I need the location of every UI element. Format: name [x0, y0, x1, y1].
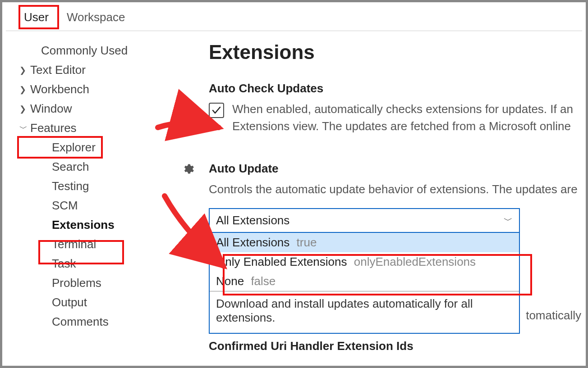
- tree-features-testing[interactable]: Testing: [19, 177, 195, 196]
- dropdown-list: All Extensions true Only Enabled Extensi…: [210, 233, 519, 333]
- checkbox-auto-check-updates[interactable]: [209, 103, 224, 118]
- tree-label: Comments: [52, 315, 109, 329]
- tree-workbench[interactable]: ❯ Workbench: [19, 80, 195, 99]
- tree-features-output[interactable]: Output: [19, 293, 195, 312]
- settings-scope-tabs: User Workspace: [6, 5, 582, 31]
- chevron-right-icon: ❯: [19, 104, 30, 114]
- setting-auto-check-updates: Auto Check Updates When enabled, automat…: [209, 82, 582, 135]
- check-icon: [211, 105, 222, 116]
- chevron-right-icon: ❯: [19, 65, 30, 75]
- tree-label: Features: [30, 121, 77, 135]
- setting-title: Auto Check Updates: [209, 82, 582, 95]
- settings-category-tree: Commonly Used ❯ Text Editor ❯ Workbench …: [6, 41, 195, 368]
- dropdown-option-only-enabled[interactable]: Only Enabled Extensions onlyEnabledExten…: [210, 252, 519, 272]
- option-hint: true: [297, 236, 317, 249]
- tree-label: Problems: [52, 276, 101, 290]
- option-label: None: [216, 274, 244, 288]
- dropdown-help-text: Download and install updates automatical…: [210, 291, 519, 333]
- dropdown-selected-label: All Extensions: [216, 214, 289, 227]
- tree-label: Terminal: [52, 237, 96, 251]
- setting-title-cutoff: Confirmed Uri Handler Extension Ids: [209, 339, 582, 353]
- tree-label: Output: [52, 295, 87, 309]
- settings-content: Extensions Auto Check Updates When enabl…: [195, 41, 582, 368]
- tree-features-comments[interactable]: Comments: [19, 312, 195, 332]
- tree-label: Window: [30, 102, 72, 116]
- tree-commonly-used[interactable]: Commonly Used: [19, 41, 195, 60]
- tree-label: Text Editor: [30, 63, 86, 77]
- gear-icon[interactable]: [182, 163, 194, 177]
- chevron-down-icon: ﹀: [504, 214, 513, 227]
- tree-label: SCM: [52, 199, 78, 213]
- dropdown-option-none[interactable]: None false: [210, 272, 519, 291]
- dropdown-auto-update: All Extensions ﹀ All Extensions true Onl…: [209, 208, 520, 334]
- setting-description: When enabled, automatically checks exten…: [232, 101, 582, 135]
- tree-features-extensions[interactable]: Extensions: [19, 215, 195, 235]
- tree-label: Extensions: [52, 218, 115, 232]
- option-hint: onlyEnabledExtensions: [354, 255, 476, 268]
- setting-auto-update: Auto Update Controls the automatic updat…: [209, 162, 582, 353]
- tree-features-terminal[interactable]: Terminal: [19, 235, 195, 254]
- chevron-right-icon: ❯: [19, 85, 30, 95]
- tree-features[interactable]: ﹀ Features: [19, 118, 195, 138]
- tree-features-search[interactable]: Search: [19, 157, 195, 177]
- option-label: Only Enabled Extensions: [216, 255, 347, 268]
- tree-label: Workbench: [30, 82, 89, 96]
- tree-features-task[interactable]: Task: [19, 254, 195, 273]
- tree-label: Task: [52, 257, 76, 271]
- chevron-down-icon: ﹀: [19, 123, 30, 134]
- option-label: All Extensions: [216, 236, 289, 249]
- tree-label: Search: [52, 160, 89, 174]
- clipped-text-right: tomatically: [526, 309, 581, 323]
- dropdown-option-all[interactable]: All Extensions true: [210, 233, 519, 252]
- setting-title: Auto Update: [209, 162, 582, 176]
- tree-label: Explorer: [52, 141, 96, 154]
- dropdown-selected[interactable]: All Extensions ﹀: [210, 209, 519, 233]
- option-hint: false: [251, 274, 276, 288]
- tab-workspace[interactable]: Workspace: [59, 8, 133, 31]
- tree-text-editor[interactable]: ❯ Text Editor: [19, 60, 195, 80]
- page-title: Extensions: [209, 41, 582, 64]
- tree-features-problems[interactable]: Problems: [19, 273, 195, 293]
- tree-label: Testing: [52, 179, 89, 193]
- setting-description: Controls the automatic update behavior o…: [209, 181, 582, 198]
- tree-features-scm[interactable]: SCM: [19, 196, 195, 215]
- tree-features-explorer[interactable]: Explorer: [19, 138, 195, 157]
- tree-window[interactable]: ❯ Window: [19, 99, 195, 118]
- tab-user[interactable]: User: [16, 8, 57, 31]
- tree-label: Commonly Used: [41, 44, 128, 58]
